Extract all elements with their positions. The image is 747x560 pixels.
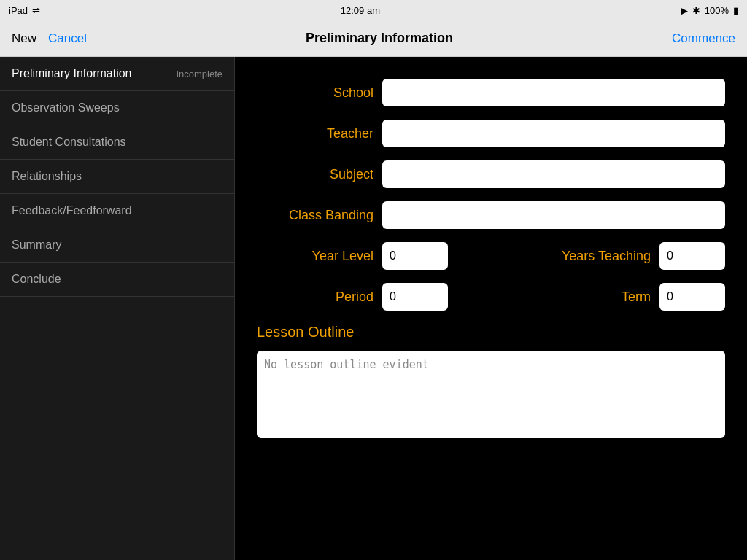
year-level-input[interactable] [382,242,448,270]
sidebar-item-feedback-feedforward[interactable]: Feedback/Feedforward [0,194,234,228]
lesson-outline-title: Lesson Outline [257,324,725,341]
main-layout: Preliminary Information Incomplete Obser… [0,57,747,560]
sidebar-item-preliminary-information[interactable]: Preliminary Information Incomplete [0,57,234,91]
status-bar: iPad ⇌ 12:09 am ▶ ✱ 100% ▮ [0,0,747,20]
year-level-label: Year Level [257,249,374,264]
school-input[interactable] [382,79,725,106]
sidebar-item-observation-sweeps[interactable]: Observation Sweeps [0,91,234,125]
sidebar-item-label: Conclude [12,273,61,286]
period-input[interactable] [382,283,448,311]
teacher-row: Teacher [257,120,725,147]
class-banding-row: Class Banding [257,201,725,229]
period-label: Period [257,289,374,305]
subject-input[interactable] [382,160,725,188]
location-icon: ▶ [681,5,688,16]
term-input[interactable] [659,283,725,311]
sidebar: Preliminary Information Incomplete Obser… [0,57,235,560]
subject-row: Subject [257,160,725,188]
period-term-row: Period Term [257,283,725,311]
time-display: 12:09 am [341,5,380,16]
teacher-label: Teacher [257,126,374,141]
nav-title: Preliminary Information [306,31,453,46]
school-label: School [257,85,374,101]
teacher-input[interactable] [382,120,725,147]
class-banding-input[interactable] [382,201,725,229]
battery-text: 100% [705,5,729,16]
sidebar-item-label: Feedback/Feedforward [12,204,132,217]
wifi-icon: ⇌ [32,5,40,16]
year-level-years-teaching-row: Year Level Years Teaching [257,242,725,270]
lesson-outline-textarea[interactable]: No lesson outline evident [257,351,725,438]
battery-icon: ▮ [733,5,738,16]
school-row: School [257,79,725,106]
years-teaching-input[interactable] [659,242,725,270]
commence-button[interactable]: Commence [672,31,735,46]
new-button[interactable]: New [12,31,36,46]
sidebar-item-relationships[interactable]: Relationships [0,160,234,194]
sidebar-item-student-consultations[interactable]: Student Consultations [0,125,234,160]
sidebar-item-summary[interactable]: Summary [0,228,234,262]
sidebar-item-label: Student Consultations [12,136,126,149]
sidebar-item-label: Observation Sweeps [12,101,120,114]
sidebar-item-label: Relationships [12,170,82,183]
nav-bar: New Cancel Preliminary Information Comme… [0,20,747,57]
subject-label: Subject [257,167,374,182]
term-label: Term [519,289,651,305]
sidebar-item-badge: Incomplete [176,69,222,79]
sidebar-item-label: Summary [12,238,61,252]
years-teaching-label: Years Teaching [519,249,651,264]
content-area: School Teacher Subject Class Banding Yea… [235,57,747,560]
lesson-outline-section: Lesson Outline No lesson outline evident [257,324,725,441]
bluetooth-icon: ✱ [692,5,700,16]
cancel-button[interactable]: Cancel [48,31,87,46]
sidebar-item-label: Preliminary Information [12,67,132,80]
device-label: iPad [9,5,28,16]
sidebar-item-conclude[interactable]: Conclude [0,262,234,297]
class-banding-label: Class Banding [257,208,374,223]
